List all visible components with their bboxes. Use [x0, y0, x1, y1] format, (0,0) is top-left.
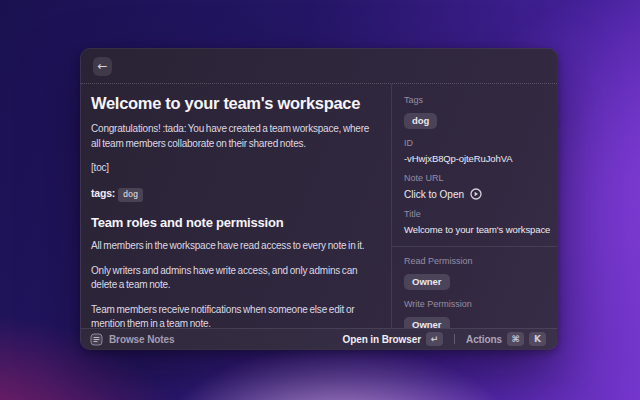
- launcher-window: ← Welcome to your team's workspace Congr…: [80, 48, 558, 350]
- meta-note-url-label: Note URL: [404, 173, 545, 183]
- note-heading: Welcome to your team's workspace: [91, 94, 378, 113]
- back-arrow-icon: ←: [97, 60, 107, 72]
- window-header: ←: [81, 49, 557, 84]
- note-subheading: Team roles and note permission: [91, 215, 378, 230]
- open-circle-arrow-icon: [470, 188, 482, 200]
- note-toc-text: [toc]: [91, 161, 378, 176]
- meta-read-permission-label: Read Permission: [404, 256, 545, 266]
- return-key-icon: ↵: [426, 332, 443, 346]
- k-key-icon: K: [529, 332, 546, 346]
- note-tags-label: tags:: [91, 187, 115, 199]
- note-url-open-label: Click to Open: [404, 189, 464, 200]
- note-tag-code-badge: dog: [118, 188, 143, 202]
- open-in-browser-button[interactable]: Open in Browser ↵: [341, 330, 446, 348]
- back-button[interactable]: ←: [93, 57, 112, 76]
- note-preview: Welcome to your team's workspace Congrat…: [81, 84, 391, 328]
- command-name-label: Browse Notes: [109, 334, 175, 345]
- read-permission-badge: Owner: [404, 274, 450, 290]
- meta-tag-badge: dog: [404, 113, 437, 129]
- note-app-icon: [90, 333, 103, 346]
- note-paragraph-notifications: Team members receive notifications when …: [91, 303, 378, 329]
- footer-separator: [454, 334, 455, 344]
- actions-menu-button[interactable]: Actions ⌘ K: [464, 330, 548, 348]
- meta-id-label: ID: [404, 138, 545, 148]
- note-tags-line: tags:dog: [91, 186, 378, 203]
- open-in-browser-label: Open in Browser: [343, 334, 422, 345]
- meta-tags-label: Tags: [404, 95, 545, 105]
- action-bar: Browse Notes Open in Browser ↵ Actions ⌘…: [81, 328, 557, 349]
- note-url-open-link[interactable]: Click to Open: [404, 188, 545, 200]
- meta-title-value: Welcome to your team's workspace: [404, 224, 545, 235]
- note-paragraph-write-access: Only writers and admins have write acces…: [91, 264, 378, 293]
- command-key-icon: ⌘: [507, 332, 524, 346]
- actions-label: Actions: [466, 334, 502, 345]
- note-paragraph-congrats: Congratulations! :tada: You have created…: [91, 122, 378, 151]
- metadata-divider: [392, 246, 557, 247]
- command-identity: Browse Notes: [90, 333, 175, 346]
- note-paragraph-read-access: All members in the workspace have read a…: [91, 239, 378, 254]
- meta-title-label: Title: [404, 209, 545, 219]
- meta-id-value: -vHwjxB8Qp-ojteRuJohVA: [404, 153, 545, 164]
- metadata-panel: Tags dog ID -vHwjxB8Qp-ojteRuJohVA Note …: [392, 84, 557, 328]
- meta-write-permission-label: Write Permission: [404, 299, 545, 309]
- content-area: Welcome to your team's workspace Congrat…: [81, 84, 557, 328]
- write-permission-badge: Owner: [404, 317, 450, 328]
